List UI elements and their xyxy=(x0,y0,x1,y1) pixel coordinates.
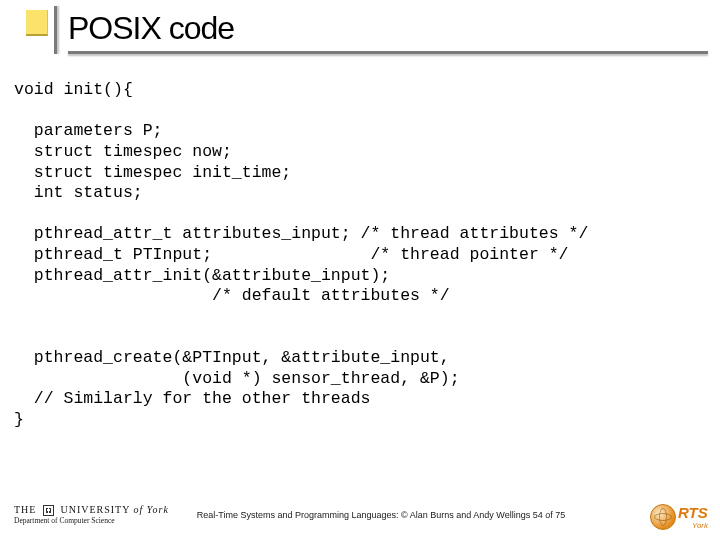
crest-icon xyxy=(43,505,54,516)
globe-icon xyxy=(650,504,676,530)
department-name: Department of Computer Science xyxy=(14,517,169,525)
title-vertical-bar xyxy=(54,6,57,54)
footer: THE UNIVERSITY of York Department of Com… xyxy=(0,494,720,536)
slide-caption: Real-Time Systems and Programming Langua… xyxy=(197,510,565,520)
university-name: THE UNIVERSITY of York xyxy=(14,505,169,516)
rts-sublabel: York xyxy=(692,521,708,530)
title-underline xyxy=(68,51,708,54)
accent-square-icon xyxy=(26,10,48,36)
uni-university: UNIVERSITY xyxy=(60,504,130,515)
slide-title: POSIX code xyxy=(68,10,720,47)
code-block: void init(){ parameters P; struct timesp… xyxy=(14,80,720,431)
title-area: POSIX code xyxy=(0,0,720,54)
rts-logo: RTS York xyxy=(650,504,708,530)
university-logo: THE UNIVERSITY of York Department of Com… xyxy=(14,505,169,525)
rts-label: RTS xyxy=(678,504,708,521)
rts-text-wrap: RTS York xyxy=(678,504,708,530)
uni-york: of York xyxy=(134,504,169,515)
uni-the: THE xyxy=(14,504,36,515)
